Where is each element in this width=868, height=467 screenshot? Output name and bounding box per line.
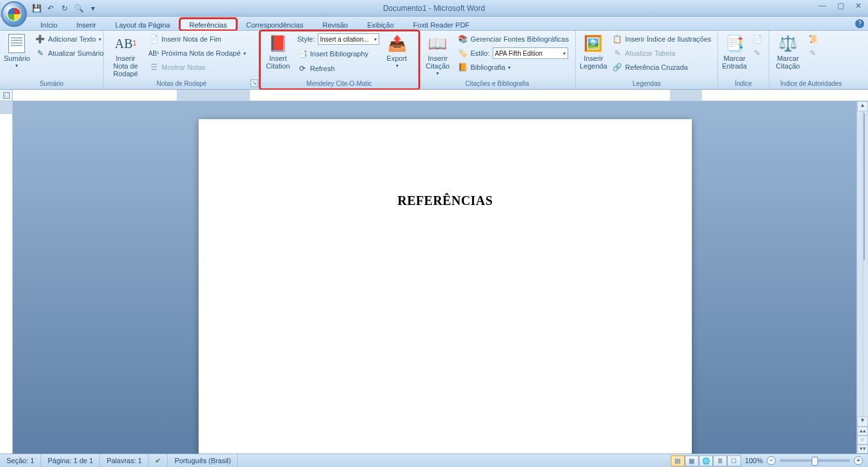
referencia-cruzada-button[interactable]: 🔗Referência Cruzada: [610, 61, 714, 74]
sumario-button[interactable]: Sumário ▾: [4, 33, 30, 70]
view-outline-icon[interactable]: ≣: [713, 455, 727, 466]
manage-sources-icon: 📚: [458, 34, 468, 44]
group-rodape-title: Notas de Rodapé: [104, 79, 259, 89]
help-icon[interactable]: ?: [855, 19, 864, 28]
status-secao[interactable]: Seção: 1: [0, 454, 41, 467]
insert-bibliography-button[interactable]: 📑Insert Bibliography: [295, 47, 382, 60]
document-canvas[interactable]: REFERÊNCIAS: [13, 101, 856, 454]
tab-exibicao[interactable]: Exibição: [357, 19, 404, 30]
rodape-launcher-icon[interactable]: ↘: [250, 79, 258, 87]
status-pagina[interactable]: Página: 1 de 1: [41, 454, 100, 467]
estilo-dropdown[interactable]: APA Fifth Edition▾: [493, 47, 568, 59]
window-title: Documento1 - Microsoft Word: [383, 4, 485, 13]
zoom-slider[interactable]: [780, 459, 850, 462]
proxima-nota-button[interactable]: AB¹Próxima Nota de Rodapé▾: [146, 47, 249, 60]
group-indice: 📑 Marcar Entrada 📄 ✎ Índice: [718, 31, 769, 89]
status-bar: Seção: 1 Página: 1 de 1 Palavras: 1 ✔ Po…: [0, 454, 868, 467]
tab-inserir[interactable]: Inserir: [67, 19, 106, 30]
atualizar-indice-button[interactable]: ✎: [749, 47, 765, 60]
sumario-label: Sumário: [4, 54, 30, 62]
tab-inicio[interactable]: Início: [31, 19, 67, 30]
qat-dropdown-icon[interactable]: ▾: [87, 3, 99, 14]
view-draft-icon[interactable]: ☐: [727, 455, 741, 466]
close-icon[interactable]: ✕: [853, 1, 864, 10]
tab-correspondencias[interactable]: Correspondências: [236, 19, 313, 30]
save-icon[interactable]: 💾: [31, 3, 42, 14]
citation-icon: 📕: [268, 34, 288, 53]
prev-page-icon[interactable]: ▴▴: [857, 427, 868, 436]
estilo-label: Estilo:: [471, 49, 490, 57]
tab-foxit[interactable]: Foxit Reader PDF: [404, 19, 479, 30]
tab-revisao[interactable]: Revisão: [313, 19, 357, 30]
group-indice-title: Índice: [718, 79, 769, 89]
tab-layout[interactable]: Layout da Página: [106, 19, 180, 30]
inserir-citacao-button[interactable]: 📖 Inserir Citação ▾: [423, 33, 453, 78]
undo-icon[interactable]: ↶: [45, 3, 56, 14]
redo-icon[interactable]: ↻: [59, 3, 70, 14]
scroll-track[interactable]: [862, 111, 864, 416]
inserir-legenda-button[interactable]: 🖼️ Inserir Legenda: [580, 33, 607, 70]
zoom-in-icon[interactable]: +: [854, 456, 863, 465]
figures-index-icon: 📋: [612, 34, 623, 44]
view-print-layout-icon[interactable]: ▤: [671, 455, 685, 466]
status-idioma[interactable]: Português (Brasil): [168, 454, 238, 467]
footnote-icon: AB1: [116, 34, 135, 53]
group-legendas: 🖼️ Inserir Legenda 📋Inserir Índice de Il…: [576, 31, 718, 89]
maximize-icon[interactable]: ▢: [835, 1, 846, 10]
browse-object-icon[interactable]: ○: [857, 436, 868, 445]
mostrar-notas-button[interactable]: ☰Mostrar Notas: [146, 61, 249, 74]
export-button[interactable]: 📤 Export ▾: [384, 33, 410, 70]
vertical-scrollbar[interactable]: ▲ ▼ ▴▴ ○ ▾▾: [856, 101, 868, 454]
page[interactable]: REFERÊNCIAS: [199, 119, 692, 454]
print-preview-icon[interactable]: 🔍: [73, 3, 85, 14]
status-proof[interactable]: ✔: [149, 454, 168, 467]
refresh-button[interactable]: ⟳Refresh: [295, 62, 382, 75]
tab-referencias[interactable]: Referências: [180, 19, 237, 30]
view-web-icon[interactable]: 🌐: [699, 455, 713, 466]
chevron-down-icon: ▾: [374, 37, 377, 42]
atualizar-sumario-button[interactable]: ✎Atualizar Sumário: [33, 47, 106, 60]
book-icon: 📖: [428, 34, 447, 53]
cross-ref-icon: 🔗: [612, 62, 623, 72]
minimize-icon[interactable]: —: [817, 1, 828, 10]
ribbon-tabs: Início Inserir Layout da Página Referênc…: [0, 17, 868, 31]
inserir-nota-rodape-button[interactable]: AB1 Inserir Nota de Rodapé: [108, 33, 143, 78]
next-page-icon[interactable]: ▾▾: [857, 445, 868, 454]
office-button[interactable]: [1, 1, 27, 27]
scroll-down-icon[interactable]: ▼: [857, 416, 868, 427]
group-autoridades-title: Índice de Autoridades: [769, 79, 853, 89]
group-sumario-title: Sumário: [0, 79, 103, 89]
bibliografia-button[interactable]: 📙Bibliografia▾: [455, 61, 571, 74]
ruler-corner[interactable]: ∟: [0, 90, 13, 101]
indice-ilustracoes-button[interactable]: 📋Inserir Índice de Ilustrações: [610, 33, 714, 45]
group-mendeley: 📕 Insert Citation Style: Insert a citati…: [260, 31, 419, 89]
status-palavras[interactable]: Palavras: 1: [100, 454, 149, 467]
group-citacoes: 📖 Inserir Citação ▾ 📚Gerenciar Fontes Bi…: [419, 31, 576, 89]
style-icon: 🏷️: [458, 48, 468, 58]
vertical-ruler[interactable]: [0, 101, 13, 454]
gerenciar-fontes-button[interactable]: 📚Gerenciar Fontes Bibliográficas: [455, 33, 571, 45]
marcar-citacao-button[interactable]: ⚖️ Marcar Citação: [773, 33, 803, 70]
scroll-thumb[interactable]: [864, 113, 865, 260]
marcar-entrada-button[interactable]: 📑 Marcar Entrada: [722, 33, 747, 70]
insert-citation-button[interactable]: 📕 Insert Citation: [264, 33, 292, 70]
office-logo-icon: [7, 7, 21, 21]
atualizar-autoridades-button[interactable]: ✎: [805, 47, 821, 60]
estilo-row: 🏷️ Estilo: APA Fifth Edition▾: [455, 47, 571, 60]
mark-citation-icon: ⚖️: [778, 34, 798, 53]
adicionar-texto-button[interactable]: ➕Adicionar Texto▾: [33, 33, 106, 45]
scroll-up-icon[interactable]: ▲: [857, 101, 868, 111]
horizontal-ruler[interactable]: [13, 90, 868, 101]
caption-icon: 🖼️: [584, 34, 603, 53]
atualizar-tabela-button[interactable]: ✎Atualizar Tabela: [610, 47, 714, 60]
inserir-indice-button[interactable]: 📄: [749, 33, 765, 45]
inserir-nota-fim-button[interactable]: 📄Inserir Nota de Fim: [146, 33, 249, 45]
zoom-value[interactable]: 100%: [745, 457, 763, 464]
zoom-controls: 100% − +: [745, 456, 863, 465]
view-full-screen-icon[interactable]: ▦: [685, 455, 699, 466]
zoom-out-icon[interactable]: −: [767, 456, 776, 465]
inserir-autoridades-button[interactable]: 📜: [805, 33, 821, 45]
plus-icon: ➕: [35, 34, 45, 44]
bibliography-icon: 📙: [458, 62, 468, 72]
style-dropdown[interactable]: Insert a citation...▾: [318, 33, 379, 45]
